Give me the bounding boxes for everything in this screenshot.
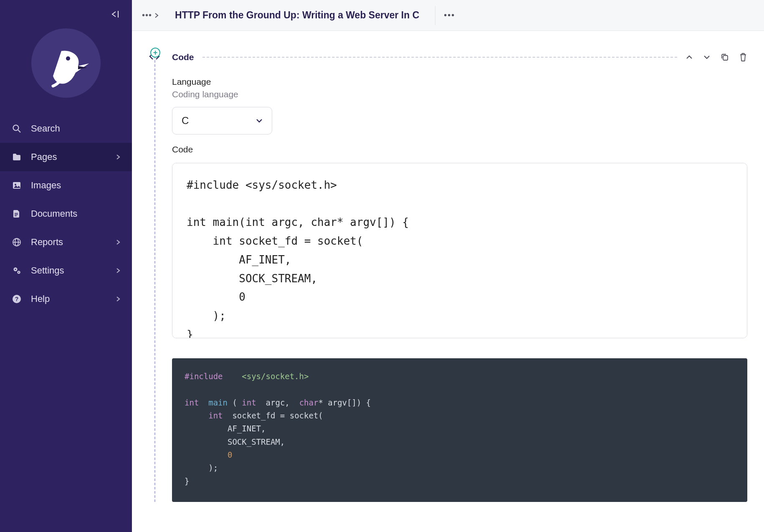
language-select[interactable]: C	[172, 107, 272, 134]
svg-rect-8	[15, 215, 17, 216]
trash-icon	[739, 53, 747, 62]
svg-point-5	[15, 184, 16, 185]
chevron-right-icon	[116, 239, 120, 245]
language-label: Language	[172, 77, 747, 87]
sidebar-item-search[interactable]: Search	[0, 114, 132, 143]
language-select-value: C	[182, 115, 189, 127]
delete-block-button[interactable]	[739, 53, 747, 62]
svg-rect-18	[723, 56, 728, 60]
sidebar: SearchPagesImagesDocumentsReportsSetting…	[0, 0, 132, 532]
svg-text:?: ?	[15, 296, 19, 302]
code-field: Code	[172, 144, 747, 340]
content: + Code	[132, 31, 764, 532]
move-block-down-button[interactable]	[703, 53, 711, 62]
chevron-down-icon	[703, 54, 711, 60]
code-preview: #include <sys/socket.h> int main ( int a…	[172, 358, 747, 502]
document-icon	[12, 209, 22, 218]
sidebar-item-label: Search	[31, 123, 120, 134]
sidebar-item-images[interactable]: Images	[0, 171, 132, 200]
bird-logo-icon	[46, 47, 91, 93]
svg-rect-6	[15, 213, 18, 214]
image-icon	[12, 181, 22, 190]
code-block: + Code	[143, 48, 747, 502]
topbar-divider	[435, 6, 435, 25]
chevron-up-icon	[686, 54, 693, 60]
chevron-down-icon	[256, 118, 263, 123]
copy-icon	[721, 53, 729, 61]
chevron-right-icon	[116, 296, 120, 302]
breadcrumb-chevron-icon	[154, 13, 159, 18]
globe-icon	[12, 238, 22, 247]
block-header-divider	[202, 57, 678, 58]
sidebar-item-settings[interactable]: Settings	[0, 256, 132, 285]
move-block-up-button[interactable]	[686, 53, 693, 62]
sidebar-nav: SearchPagesImagesDocumentsReportsSetting…	[0, 114, 132, 313]
svg-line-3	[18, 130, 21, 133]
gears-icon	[12, 266, 22, 275]
code-input[interactable]	[172, 163, 747, 338]
code-label: Code	[172, 144, 747, 155]
svg-point-1	[66, 56, 70, 61]
search-icon	[12, 124, 22, 133]
sidebar-top	[0, 0, 132, 22]
sidebar-item-label: Pages	[31, 152, 107, 162]
folder-icon	[12, 153, 22, 161]
sidebar-item-label: Reports	[31, 237, 107, 248]
block-rail	[154, 48, 155, 502]
sidebar-item-documents[interactable]: Documents	[0, 200, 132, 228]
sidebar-item-pages[interactable]: Pages	[0, 143, 132, 171]
svg-point-2	[13, 125, 19, 131]
topbar: ••• HTTP From the Ground Up: Writing a W…	[132, 0, 764, 31]
add-block-button[interactable]: +	[150, 48, 160, 58]
svg-point-15	[18, 272, 19, 273]
chevron-right-icon	[116, 154, 120, 160]
language-field: Language Coding language C	[172, 77, 747, 134]
sidebar-item-label: Help	[31, 294, 107, 304]
sidebar-item-help[interactable]: ?Help	[0, 285, 132, 313]
language-sublabel: Coding language	[172, 89, 747, 99]
help-icon: ?	[12, 294, 22, 304]
page-actions-button[interactable]: •••	[444, 10, 455, 20]
sidebar-item-label: Settings	[31, 265, 107, 276]
block-header: Code	[172, 48, 747, 67]
page-title: HTTP From the Ground Up: Writing a Web S…	[167, 10, 427, 21]
svg-rect-7	[15, 214, 18, 215]
collapse-icon	[109, 10, 120, 18]
sidebar-item-label: Documents	[31, 208, 120, 219]
main: ••• HTTP From the Ground Up: Writing a W…	[132, 0, 764, 532]
svg-point-13	[15, 269, 16, 270]
breadcrumb-ellipsis[interactable]: •••	[142, 10, 152, 20]
chevron-right-icon	[116, 268, 120, 274]
block-type-label: Code	[172, 52, 194, 62]
copy-block-button[interactable]	[721, 53, 729, 62]
sidebar-item-label: Images	[31, 180, 120, 191]
block-actions	[686, 53, 747, 62]
sidebar-item-reports[interactable]: Reports	[0, 228, 132, 256]
logo	[0, 22, 132, 114]
collapse-sidebar-button[interactable]	[109, 10, 120, 18]
